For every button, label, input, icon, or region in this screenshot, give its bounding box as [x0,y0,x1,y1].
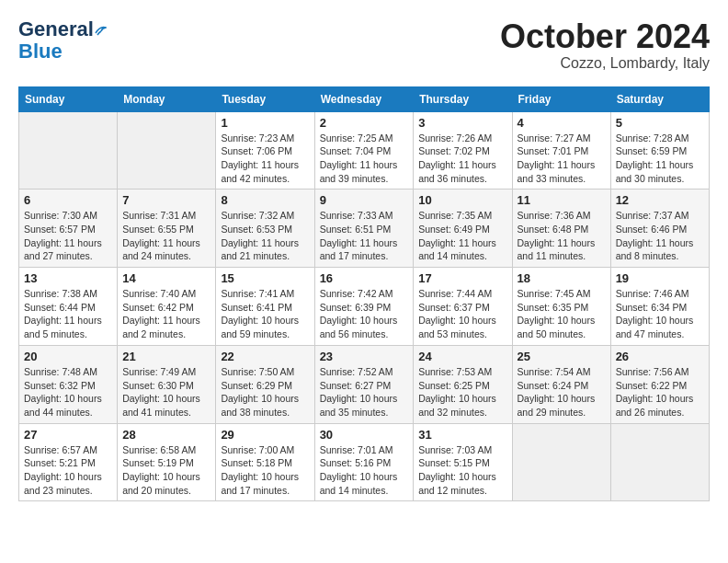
calendar-week-row: 20Sunrise: 7:48 AM Sunset: 6:32 PM Dayli… [19,345,710,423]
calendar-cell: 30Sunrise: 7:01 AM Sunset: 5:16 PM Dayli… [314,423,414,501]
calendar-cell [19,111,118,190]
calendar-week-row: 1Sunrise: 7:23 AM Sunset: 7:06 PM Daylig… [19,111,710,190]
calendar-cell: 18Sunrise: 7:45 AM Sunset: 6:35 PM Dayli… [512,268,610,346]
day-info: Sunrise: 7:48 AM Sunset: 6:32 PM Dayligh… [24,365,112,419]
calendar-cell: 24Sunrise: 7:53 AM Sunset: 6:25 PM Dayli… [414,345,512,423]
calendar-week-row: 27Sunrise: 6:57 AM Sunset: 5:21 PM Dayli… [19,423,710,501]
calendar-cell: 29Sunrise: 7:00 AM Sunset: 5:18 PM Dayli… [216,423,314,501]
calendar-cell: 28Sunrise: 6:58 AM Sunset: 5:19 PM Dayli… [118,423,216,501]
day-number: 11 [518,193,606,207]
logo: General Blue [18,18,107,63]
calendar-header-row: SundayMondayTuesdayWednesdayThursdayFrid… [19,86,710,111]
day-number: 27 [24,428,112,442]
day-number: 10 [418,193,506,207]
day-number: 17 [418,271,506,285]
day-number: 23 [320,350,409,363]
day-info: Sunrise: 7:52 AM Sunset: 6:27 PM Dayligh… [320,365,409,419]
day-number: 2 [320,116,409,130]
day-number: 14 [122,271,210,285]
day-number: 3 [418,116,506,130]
calendar-cell: 22Sunrise: 7:50 AM Sunset: 6:29 PM Dayli… [216,345,314,423]
calendar-cell: 11Sunrise: 7:36 AM Sunset: 6:48 PM Dayli… [512,190,610,268]
weekday-header: Thursday [414,86,512,111]
day-info: Sunrise: 7:38 AM Sunset: 6:44 PM Dayligh… [24,287,112,341]
calendar-cell [610,423,709,501]
title-block: October 2024 Cozzo, Lombardy, Italy [500,18,710,72]
day-number: 5 [616,116,704,130]
calendar-cell: 16Sunrise: 7:42 AM Sunset: 6:39 PM Dayli… [314,268,414,346]
calendar-cell: 13Sunrise: 7:38 AM Sunset: 6:44 PM Dayli… [19,268,118,346]
weekday-header: Tuesday [216,86,314,111]
day-number: 8 [221,193,309,207]
day-number: 15 [221,271,309,285]
day-info: Sunrise: 7:36 AM Sunset: 6:48 PM Dayligh… [518,209,606,263]
calendar-cell: 2Sunrise: 7:25 AM Sunset: 7:04 PM Daylig… [314,111,414,190]
calendar-table: SundayMondayTuesdayWednesdayThursdayFrid… [18,86,710,502]
day-info: Sunrise: 7:23 AM Sunset: 7:06 PM Dayligh… [221,132,309,186]
day-info: Sunrise: 7:28 AM Sunset: 6:59 PM Dayligh… [616,132,704,186]
day-info: Sunrise: 7:45 AM Sunset: 6:35 PM Dayligh… [518,287,606,341]
day-number: 7 [122,193,210,207]
day-number: 16 [320,271,409,285]
day-info: Sunrise: 7:35 AM Sunset: 6:49 PM Dayligh… [418,209,506,263]
logo-text: General [18,18,107,40]
day-number: 28 [122,428,210,442]
calendar-cell: 5Sunrise: 7:28 AM Sunset: 6:59 PM Daylig… [610,111,709,190]
calendar-cell: 15Sunrise: 7:41 AM Sunset: 6:41 PM Dayli… [216,268,314,346]
month-title: October 2024 [500,18,710,55]
day-info: Sunrise: 7:32 AM Sunset: 6:53 PM Dayligh… [221,209,309,263]
day-info: Sunrise: 7:49 AM Sunset: 6:30 PM Dayligh… [122,365,210,419]
calendar-cell: 9Sunrise: 7:33 AM Sunset: 6:51 PM Daylig… [314,190,414,268]
calendar-cell: 7Sunrise: 7:31 AM Sunset: 6:55 PM Daylig… [118,190,216,268]
logo-blue: Blue [18,40,63,63]
weekday-header: Sunday [19,86,118,111]
day-number: 20 [24,350,112,363]
day-info: Sunrise: 7:30 AM Sunset: 6:57 PM Dayligh… [24,209,112,263]
calendar-cell [118,111,216,190]
day-info: Sunrise: 7:56 AM Sunset: 6:22 PM Dayligh… [616,365,704,419]
day-number: 19 [616,271,704,285]
day-number: 4 [518,116,606,130]
day-info: Sunrise: 7:44 AM Sunset: 6:37 PM Dayligh… [418,287,506,341]
weekday-header: Saturday [610,86,709,111]
calendar-week-row: 13Sunrise: 7:38 AM Sunset: 6:44 PM Dayli… [19,268,710,346]
day-number: 24 [418,350,506,363]
day-number: 25 [518,350,606,363]
calendar-cell: 31Sunrise: 7:03 AM Sunset: 5:15 PM Dayli… [414,423,512,501]
day-info: Sunrise: 6:57 AM Sunset: 5:21 PM Dayligh… [24,443,112,498]
day-info: Sunrise: 7:54 AM Sunset: 6:24 PM Dayligh… [518,365,606,419]
calendar-cell: 26Sunrise: 7:56 AM Sunset: 6:22 PM Dayli… [610,345,709,423]
day-number: 30 [320,428,409,442]
calendar-cell: 14Sunrise: 7:40 AM Sunset: 6:42 PM Dayli… [118,268,216,346]
calendar-cell: 21Sunrise: 7:49 AM Sunset: 6:30 PM Dayli… [118,345,216,423]
day-info: Sunrise: 7:50 AM Sunset: 6:29 PM Dayligh… [221,365,309,419]
day-info: Sunrise: 7:01 AM Sunset: 5:16 PM Dayligh… [320,443,409,498]
calendar-cell: 20Sunrise: 7:48 AM Sunset: 6:32 PM Dayli… [19,345,118,423]
logo-bird-icon [94,24,107,37]
calendar-cell: 27Sunrise: 6:57 AM Sunset: 5:21 PM Dayli… [19,423,118,501]
day-info: Sunrise: 7:46 AM Sunset: 6:34 PM Dayligh… [616,287,704,341]
day-info: Sunrise: 7:40 AM Sunset: 6:42 PM Dayligh… [122,287,210,341]
day-number: 18 [518,271,606,285]
day-number: 22 [221,350,309,363]
calendar-cell: 10Sunrise: 7:35 AM Sunset: 6:49 PM Dayli… [414,190,512,268]
calendar-cell: 23Sunrise: 7:52 AM Sunset: 6:27 PM Dayli… [314,345,414,423]
calendar-cell: 19Sunrise: 7:46 AM Sunset: 6:34 PM Dayli… [610,268,709,346]
calendar-cell: 12Sunrise: 7:37 AM Sunset: 6:46 PM Dayli… [610,190,709,268]
day-info: Sunrise: 7:42 AM Sunset: 6:39 PM Dayligh… [320,287,409,341]
day-number: 9 [320,193,409,207]
calendar-cell: 8Sunrise: 7:32 AM Sunset: 6:53 PM Daylig… [216,190,314,268]
weekday-header: Friday [512,86,610,111]
day-info: Sunrise: 7:27 AM Sunset: 7:01 PM Dayligh… [518,132,606,186]
day-number: 29 [221,428,309,442]
day-info: Sunrise: 7:33 AM Sunset: 6:51 PM Dayligh… [320,209,409,263]
calendar-cell [512,423,610,501]
day-number: 13 [24,271,112,285]
day-number: 12 [616,193,704,207]
day-info: Sunrise: 7:53 AM Sunset: 6:25 PM Dayligh… [418,365,506,419]
day-info: Sunrise: 7:26 AM Sunset: 7:02 PM Dayligh… [418,132,506,186]
location: Cozzo, Lombardy, Italy [500,55,710,72]
day-info: Sunrise: 7:41 AM Sunset: 6:41 PM Dayligh… [221,287,309,341]
day-info: Sunrise: 7:03 AM Sunset: 5:15 PM Dayligh… [418,443,506,498]
page-header: General Blue October 2024 Cozzo, Lombard… [18,18,710,72]
